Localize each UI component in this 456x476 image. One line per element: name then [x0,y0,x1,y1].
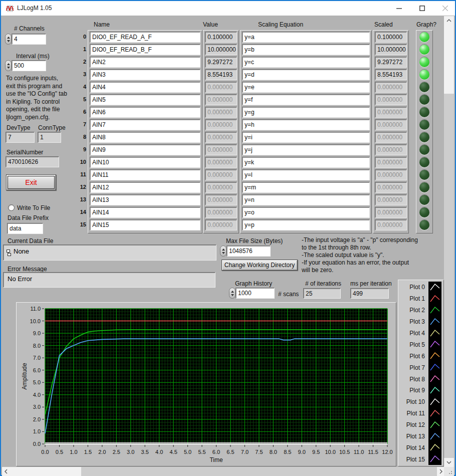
row-index: 2 [74,56,87,69]
channel-name-input[interactable]: AIN15 [90,219,200,230]
legend-item[interactable]: Plot 2 [398,305,441,316]
graph-enable-led[interactable] [419,70,429,80]
channel-name-input[interactable]: AIN10 [90,157,200,168]
scaling-equation-input[interactable]: y=n [242,194,370,205]
channel-name-input[interactable]: DIO0_EF_READ_A_F [90,32,200,43]
graph-enable-led[interactable] [419,170,429,180]
scroll-down-arrow-icon[interactable] [444,458,454,467]
scaling-equation-input[interactable]: y=c [242,57,370,68]
scroll-left-arrow-icon[interactable] [2,467,10,476]
legend-item[interactable]: Plot 3 [398,316,441,328]
change-working-directory-button[interactable]: Change Working Directory [221,260,298,271]
minimize-button[interactable] [388,1,410,16]
channel-name-input[interactable]: AIN13 [90,194,200,205]
graph-enable-led[interactable] [419,120,429,130]
interval-stepper[interactable] [5,60,12,71]
scaling-equation-input[interactable]: y=h [242,119,370,130]
graph-history-input[interactable]: 1000 [236,288,275,299]
channel-name-input[interactable]: AIN3 [90,69,200,80]
graph-enable-led[interactable] [419,57,429,67]
graph-enable-led[interactable] [419,95,429,105]
scaling-equation-input[interactable]: y=b [242,44,370,55]
scaling-equation-input[interactable]: y=f [242,94,370,105]
exit-button[interactable]: Exit [6,174,56,190]
graph-enable-led[interactable] [419,45,429,55]
channel-name-input[interactable]: AIN4 [90,82,200,93]
scaling-equation-input[interactable]: y=l [242,169,370,180]
max-file-size-stepper[interactable] [220,246,226,257]
max-file-size-input[interactable]: 1048576 [226,246,271,257]
maximize-button[interactable] [411,1,433,16]
scaling-equation-input[interactable]: y=i [242,132,370,143]
channels-input[interactable]: 4 [12,34,46,45]
channel-name-input[interactable]: AIN9 [90,144,200,155]
channel-name-input[interactable]: AIN7 [90,119,200,130]
graph-history-stepper[interactable] [229,288,236,299]
graph-enable-led[interactable] [419,182,429,192]
serial-field: 470010626 [6,156,59,167]
horizontal-scrollbar[interactable] [2,467,445,476]
channel-name-input[interactable]: AIN14 [90,207,200,218]
svg-text:7.5: 7.5 [255,449,263,455]
channels-stepper[interactable] [5,34,12,45]
graph-enable-led[interactable] [419,157,429,167]
channel-name-input[interactable]: AIN8 [90,132,200,143]
svg-text:1.0: 1.0 [70,449,77,455]
channel-name-input[interactable]: AIN12 [90,182,200,193]
scaling-equation-input[interactable]: y=o [242,207,370,218]
write-to-file-radio[interactable] [8,204,15,211]
graph-enable-led[interactable] [419,207,429,217]
scaling-equation-input[interactable]: y=a [242,32,370,43]
legend-item[interactable]: Plot 12 [398,419,441,431]
legend-item[interactable]: Plot 13 [398,431,441,442]
scaled-value-field: 0.000000 [375,207,407,218]
scaling-equation-input[interactable]: y=g [242,107,370,118]
scaling-equation-input[interactable]: y=d [242,69,370,80]
scaling-equation-input[interactable]: y=e [242,82,370,93]
legend-item[interactable]: Plot 4 [398,328,441,339]
graph-enable-led[interactable] [419,195,429,205]
channel-name-input[interactable]: AIN11 [90,169,200,180]
interval-input[interactable]: 500 [12,60,46,71]
channel-name-input[interactable]: AIN2 [90,57,200,68]
scaling-equation-input[interactable]: y=m [242,182,370,193]
legend-item[interactable]: Plot 1 [398,293,441,305]
scaling-equation-input[interactable]: y=k [242,157,370,168]
legend-label: Plot 11 [407,410,428,417]
legend-item[interactable]: Plot 7 [398,362,441,373]
vertical-scrollbar[interactable] [444,16,454,467]
svg-text:0.5: 0.5 [56,449,63,455]
scaling-equation-input[interactable]: y=j [242,144,370,155]
legend-item[interactable]: Plot 8 [398,373,441,385]
graph-enable-led[interactable] [419,220,429,230]
scaling-equation-input[interactable]: y=p [242,219,370,230]
legend-item[interactable]: Plot 6 [398,350,441,362]
legend-item[interactable]: Plot 14 [398,442,441,453]
legend-label: Plot 1 [409,295,428,302]
channel-name-input[interactable]: DIO0_EF_READ_B_F [90,44,200,55]
legend-item[interactable]: Plot 10 [398,396,441,408]
graph-enable-led[interactable] [419,32,429,42]
legend-item[interactable]: Plot 9 [398,385,441,396]
data-file-prefix-input[interactable]: data [7,223,43,234]
channel-value-field: 0.000000 [205,157,237,168]
graph-enable-led[interactable] [419,132,429,142]
channel-name-input[interactable]: AIN6 [90,107,200,118]
write-to-file-label: Write To File [17,204,50,211]
horizontal-scrollbar-thumb[interactable] [10,467,81,476]
legend-item[interactable]: Plot 5 [398,339,441,350]
legend-item[interactable]: Plot 11 [398,408,441,419]
graph-enable-led[interactable] [419,82,429,92]
graph-enable-led[interactable] [419,145,429,155]
legend-item[interactable]: Plot 0 [398,282,441,293]
resize-grip[interactable] [444,467,454,476]
scroll-up-arrow-icon[interactable] [444,16,454,25]
scaled-value-field: 0.000000 [375,144,407,155]
vertical-scrollbar-thumb[interactable] [444,25,454,94]
close-button[interactable] [434,1,456,16]
graph-enable-led[interactable] [419,107,429,117]
legend-item[interactable]: Plot 15 [398,453,441,465]
channel-name-input[interactable]: AIN5 [90,94,200,105]
channel-value-field: 0.000000 [205,119,237,130]
channel-value-field: 0.000000 [205,169,237,180]
